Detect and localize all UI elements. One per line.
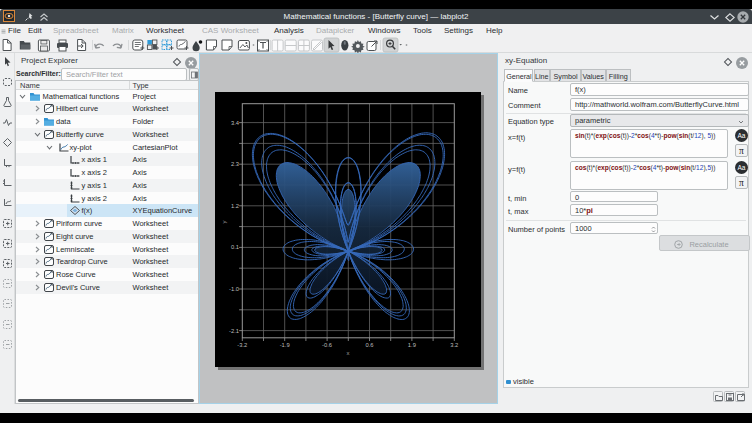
- svg-text:-2.1: -2.1: [229, 328, 239, 334]
- svg-text:0.6: 0.6: [365, 342, 373, 348]
- svg-text:-3.2: -3.2: [237, 342, 247, 348]
- svg-text:x: x: [347, 350, 350, 356]
- svg-text:3.2: 3.2: [450, 342, 458, 348]
- svg-text:0.1: 0.1: [231, 244, 239, 250]
- svg-text:y: y: [221, 221, 227, 224]
- svg-text:-0.6: -0.6: [322, 342, 332, 348]
- svg-text:1.9: 1.9: [408, 342, 416, 348]
- svg-text:3.4: 3.4: [231, 120, 240, 126]
- svg-text:1.2: 1.2: [231, 203, 239, 209]
- svg-text:-1.9: -1.9: [280, 342, 290, 348]
- svg-text:2.3: 2.3: [231, 161, 239, 167]
- svg-text:-1.0: -1.0: [229, 286, 239, 292]
